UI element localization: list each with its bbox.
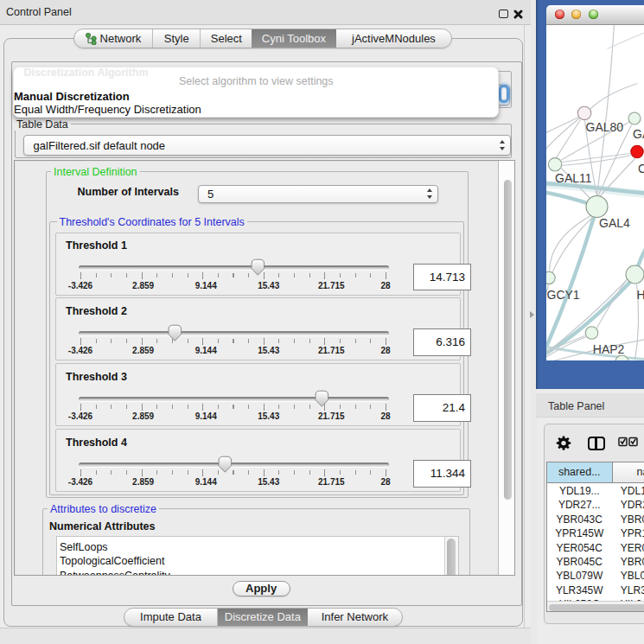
svg-text:GAL11: GAL11 xyxy=(555,171,592,185)
svg-text:GA: GA xyxy=(633,127,644,141)
svg-text:C: C xyxy=(638,162,644,175)
svg-text:GAL80: GAL80 xyxy=(585,120,623,134)
svg-text:GCY1: GCY1 xyxy=(546,287,579,301)
svg-text:H: H xyxy=(636,287,644,301)
svg-text:GAL4: GAL4 xyxy=(599,216,630,230)
svg-text:HAP2: HAP2 xyxy=(592,341,624,355)
